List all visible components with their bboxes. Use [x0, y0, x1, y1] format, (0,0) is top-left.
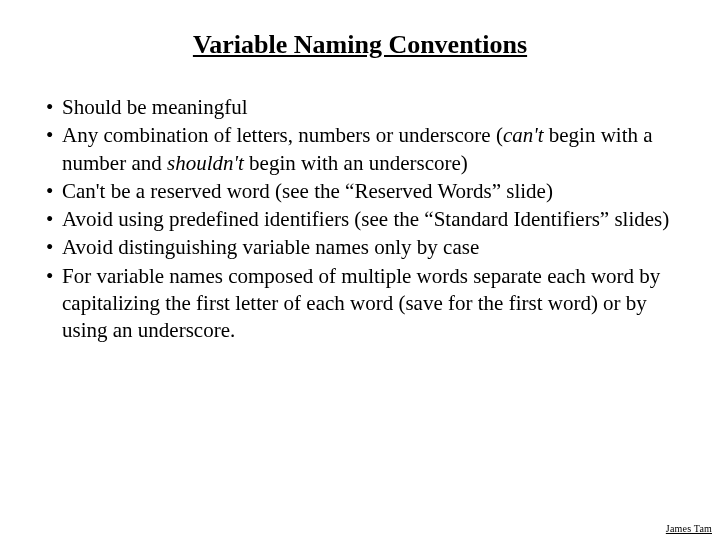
- list-item: • Avoid distinguishing variable names on…: [46, 234, 674, 261]
- list-item: • Should be meaningful: [46, 94, 674, 121]
- bullet-list: • Should be meaningful • Any combination…: [46, 94, 674, 345]
- author-footer: James Tam: [666, 523, 712, 534]
- bullet-marker-icon: •: [46, 94, 62, 121]
- bullet-marker-icon: •: [46, 178, 62, 205]
- bullet-text: Avoid using predefined identifiers (see …: [62, 206, 674, 233]
- italic-text: can't: [503, 123, 544, 147]
- bullet-text: For variable names composed of multiple …: [62, 263, 674, 345]
- list-item: • Can't be a reserved word (see the “Res…: [46, 178, 674, 205]
- bullet-text: Should be meaningful: [62, 94, 674, 121]
- text-fragment: Any combination of letters, numbers or u…: [62, 123, 503, 147]
- bullet-marker-icon: •: [46, 234, 62, 261]
- list-item: • Any combination of letters, numbers or…: [46, 122, 674, 177]
- bullet-text: Avoid distinguishing variable names only…: [62, 234, 674, 261]
- slide-content: Variable Naming Conventions • Should be …: [0, 0, 720, 345]
- bullet-marker-icon: •: [46, 122, 62, 177]
- bullet-marker-icon: •: [46, 206, 62, 233]
- list-item: • For variable names composed of multipl…: [46, 263, 674, 345]
- list-item: • Avoid using predefined identifiers (se…: [46, 206, 674, 233]
- bullet-marker-icon: •: [46, 263, 62, 345]
- bullet-text: Any combination of letters, numbers or u…: [62, 122, 674, 177]
- bullet-text: Can't be a reserved word (see the “Reser…: [62, 178, 674, 205]
- text-fragment: begin with an underscore): [244, 151, 468, 175]
- italic-text: shouldn't: [167, 151, 244, 175]
- slide-title: Variable Naming Conventions: [46, 30, 674, 60]
